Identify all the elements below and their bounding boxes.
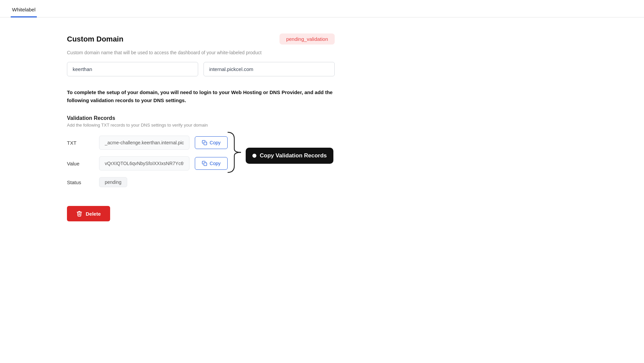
txt-value-input xyxy=(99,136,189,150)
svg-rect-0 xyxy=(204,142,207,145)
section-header: Custom Domain pending_validation xyxy=(67,33,335,45)
validation-records-subtitle: Add the following TXT records to your DN… xyxy=(67,123,335,128)
validation-records-title: Validation Records xyxy=(67,115,335,121)
status-field-label: Status xyxy=(67,179,94,185)
copy-icon xyxy=(202,140,207,145)
copy-icon-2 xyxy=(202,161,207,166)
delete-button-label: Delete xyxy=(86,211,101,217)
main-content: Custom Domain pending_validation Custom … xyxy=(0,17,402,237)
value-record-row: Value Copy xyxy=(67,156,228,170)
trash-icon xyxy=(76,211,82,217)
domain-suffix-input[interactable] xyxy=(204,62,335,76)
domain-prefix-input[interactable] xyxy=(67,62,198,76)
tab-bar: Whitelabel xyxy=(0,0,644,17)
delete-button[interactable]: Delete xyxy=(67,206,110,221)
copy-txt-button[interactable]: Copy xyxy=(195,136,228,149)
records-section: TXT Copy Value xyxy=(67,136,228,198)
value-input xyxy=(99,156,189,170)
copy-value-button[interactable]: Copy xyxy=(195,157,228,170)
copy-validation-label: Copy Validation Records xyxy=(260,152,327,159)
bracket-tooltip-area: Copy Validation Records xyxy=(228,136,335,176)
value-label: Value xyxy=(67,161,94,166)
svg-rect-1 xyxy=(204,163,207,166)
status-badge: pending_validation xyxy=(279,33,335,45)
txt-record-row: TXT Copy xyxy=(67,136,228,150)
status-row: Status pending xyxy=(67,177,228,187)
domain-inputs-row xyxy=(67,62,335,76)
setup-instructions: To complete the setup of your domain, yo… xyxy=(67,88,335,104)
status-pill: pending xyxy=(99,177,127,187)
page-title: Custom Domain xyxy=(67,35,124,44)
domain-description: Custom domain name that will be used to … xyxy=(67,50,335,55)
tooltip-dot xyxy=(252,154,256,158)
copy-validation-records-tooltip[interactable]: Copy Validation Records xyxy=(246,148,333,164)
tab-whitelabel[interactable]: Whitelabel xyxy=(11,3,37,17)
txt-label: TXT xyxy=(67,140,94,146)
bracket-svg xyxy=(224,129,244,176)
